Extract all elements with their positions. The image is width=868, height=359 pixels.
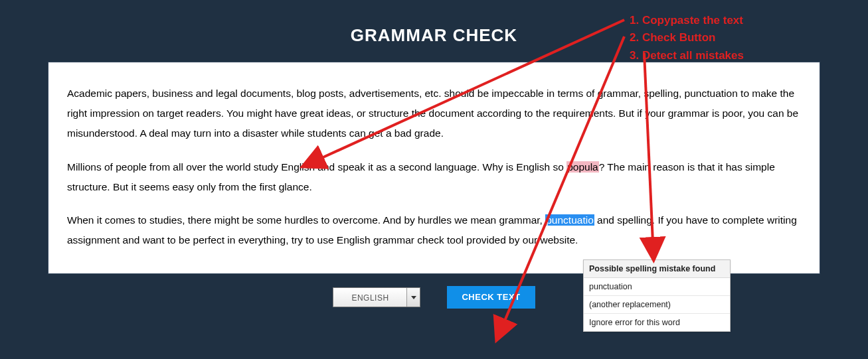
suggestion-tooltip: Possible spelling mistake found punctuat… <box>583 259 731 332</box>
text-fragment: Millions of people from all over the wor… <box>67 161 566 173</box>
editor-paragraph: Academic papers, business and legal docu… <box>67 84 801 144</box>
annotation-line: 1. Copypaste the text <box>630 12 744 29</box>
error-highlight-punctuatio[interactable]: punctuatio <box>545 214 594 226</box>
tooltip-title: Possible spelling mistake found <box>584 260 730 278</box>
check-text-button[interactable]: CHECK TEXT <box>447 286 535 309</box>
editor-paragraph: When it comes to studies, there might be… <box>67 210 801 250</box>
text-editor[interactable]: Academic papers, business and legal docu… <box>48 62 820 274</box>
language-select[interactable]: ENGLISH <box>333 287 420 307</box>
language-label: ENGLISH <box>333 288 406 307</box>
controls-bar: ENGLISH CHECK TEXT <box>0 286 868 309</box>
annotation-line: 2. Check Button <box>630 29 744 46</box>
text-fragment: When it comes to studies, there might be… <box>67 214 545 226</box>
svg-marker-0 <box>411 296 416 299</box>
annotation-list: 1. Copypaste the text 2. Check Button 3.… <box>630 12 744 64</box>
tooltip-option-punctuation[interactable]: punctuation <box>584 278 730 296</box>
chevron-down-icon <box>406 288 420 307</box>
error-highlight-popula[interactable]: popula <box>566 161 599 173</box>
tooltip-option-ignore[interactable]: Ignore error for this word <box>584 314 730 331</box>
annotation-line: 3. Detect all mistakes <box>630 47 744 64</box>
editor-paragraph: Millions of people from all over the wor… <box>67 157 801 197</box>
tooltip-option-other[interactable]: (another replacement) <box>584 296 730 314</box>
